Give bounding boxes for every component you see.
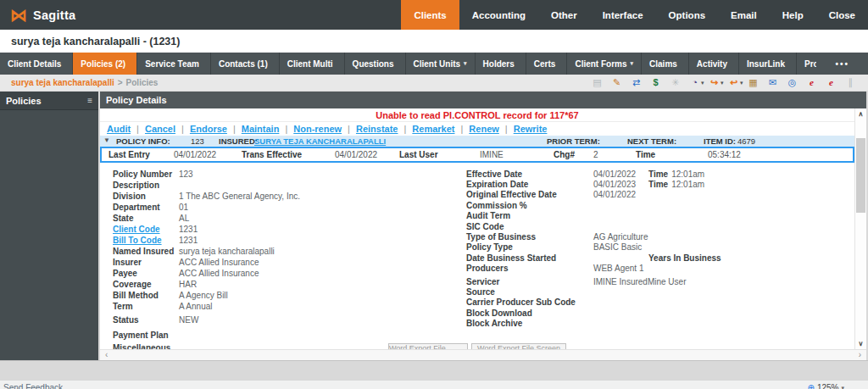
word-export-button[interactable]: Word Export File Screen	[471, 343, 566, 349]
outline-toggle-icon[interactable]: ≡	[87, 96, 92, 105]
tab[interactable]: Client Details	[0, 53, 73, 75]
breadcrumb-client-link[interactable]: surya teja kancharalapalli	[11, 78, 114, 87]
field-extra-label: Years In Business	[648, 253, 721, 263]
field-label: Audit Term	[466, 211, 593, 220]
menu-item[interactable]: Clients	[401, 0, 459, 30]
inquiry-icon[interactable]: e	[805, 76, 824, 89]
field-row: Block Archive	[466, 318, 854, 328]
save-icon[interactable]: ▤	[591, 76, 609, 89]
last-entry-row[interactable]: Last Entry 04/01/2022 Trans Effective 04…	[100, 147, 854, 163]
panel-title: Policy Details	[100, 92, 866, 108]
field-row: Payee ACC Allied Insurance	[113, 268, 466, 279]
import-icon[interactable]: ↩ ▾	[727, 76, 746, 89]
field-row: Coverage HAR	[113, 279, 466, 290]
scroll-up-icon[interactable]: ∧	[855, 108, 866, 119]
field-value: 1231	[179, 236, 198, 245]
field-label: Block Archive	[466, 319, 593, 328]
insured-name-link[interactable]: SURYA TEJA KANCHARALAPALLI	[254, 136, 386, 146]
scroll-right-icon[interactable]: ›	[859, 351, 861, 359]
tab[interactable]: Contacts (1)	[211, 53, 280, 75]
field-value: ACC Allied Insurance	[179, 258, 259, 267]
email-icon[interactable]: ✉	[766, 76, 785, 89]
export-icon[interactable]: ↪ ▾	[708, 76, 726, 89]
tab[interactable]: Activity	[689, 53, 739, 75]
menu-item[interactable]: Other	[538, 0, 590, 30]
tab[interactable]: Service Team	[137, 53, 211, 75]
tab[interactable]: Client Units ▾	[406, 53, 476, 75]
action-link[interactable]: Cancel	[131, 124, 175, 134]
menu-item[interactable]: Email	[718, 0, 770, 30]
last-entry-value: 04/01/2022	[174, 150, 216, 159]
field-row: Block Download	[466, 308, 854, 318]
tab[interactable]: Holders	[476, 53, 526, 75]
field-label: Client Code	[113, 225, 179, 234]
tab[interactable]: Questions	[345, 53, 406, 75]
menu-item[interactable]: Options	[656, 0, 718, 30]
field-row: Payment Plan	[113, 330, 466, 341]
tab[interactable]: Claims	[642, 53, 689, 75]
tab[interactable]: Client Forms ▾	[567, 53, 642, 75]
word-export-button[interactable]: Word Export File Screen	[388, 343, 468, 349]
action-link[interactable]: Endorse	[175, 124, 227, 134]
tab-label: Client Details	[8, 59, 61, 69]
login-icon[interactable]: ∥	[844, 76, 863, 89]
action-link[interactable]: Remarket	[398, 124, 455, 134]
field-label: Source	[466, 287, 593, 297]
field-row: Policy Type BASIC Basic	[466, 242, 854, 253]
breadcrumb-separator: >	[118, 78, 123, 87]
trx-icon[interactable]: ▦	[747, 76, 765, 89]
action-link[interactable]: Audit	[107, 124, 131, 134]
policy-info-bar: ▼ POLICY INFO: 123 INSURED: SURYA TEJA K…	[100, 136, 854, 147]
top-header: ⋈ Sagitta Clients Accounting Other Inter…	[0, 0, 868, 30]
zoom-level: 125%	[817, 383, 839, 389]
edit-icon[interactable]: ✎	[610, 76, 629, 89]
action-link[interactable]: Rewrite	[499, 124, 548, 134]
collapse-triangle-icon[interactable]: ▼	[103, 136, 110, 144]
tab-overflow-button[interactable]: •••	[816, 53, 868, 75]
field-value: IMINE InsuredMine User	[593, 277, 648, 286]
chg-value: 2	[593, 150, 598, 159]
field-label: Miscellaneous Remarks	[113, 343, 179, 350]
menu-item[interactable]: Close	[816, 0, 868, 30]
action-link[interactable]: Non-renew	[279, 124, 342, 134]
feedback-link[interactable]: Send Feedback	[3, 383, 63, 389]
tab[interactable]: Client Multi	[280, 53, 345, 75]
action-link[interactable]: Reinstate	[342, 124, 398, 134]
action-link[interactable]: Maintain	[227, 124, 279, 134]
field-row: Type of Business AG Agriculture	[466, 231, 854, 242]
tab[interactable]: InsurLink	[739, 53, 797, 75]
field-row: Department 01	[113, 202, 466, 213]
money-icon[interactable]: $	[649, 76, 668, 89]
toolbar-icons: ▤ ✎ ⇄ $ ✳	[591, 76, 863, 89]
menu-item[interactable]: Help	[770, 0, 816, 30]
doc-search-icon[interactable]: ◎	[786, 76, 804, 89]
forms-transfer-icon[interactable]: ⇄	[630, 76, 648, 89]
scrollbar-track[interactable]	[855, 119, 866, 338]
tab[interactable]: Certs	[526, 53, 568, 75]
scrollbar-thumb[interactable]	[856, 138, 865, 213]
zoom-indicator[interactable]: ⊕ 125% ▾	[808, 383, 844, 389]
menu-item[interactable]: Interface	[590, 0, 656, 30]
attach-icon[interactable]: ✳	[669, 76, 687, 89]
field-row: Date Business Started Years In Business	[466, 253, 854, 263]
quote-icon[interactable]: e	[825, 76, 843, 89]
field-label: Type of Business	[466, 232, 593, 242]
menu-item[interactable]: Accounting	[459, 0, 538, 30]
tab-label: Client Units	[414, 59, 461, 69]
field-extra-label: Time	[648, 180, 668, 189]
app-window: ⋈ Sagitta Clients Accounting Other Inter…	[0, 0, 868, 389]
scroll-down-icon[interactable]: ∨	[855, 338, 866, 349]
scroll-left-icon[interactable]: ‹	[105, 351, 108, 359]
tab[interactable]: Policies (2)	[73, 53, 137, 75]
field-value: 123	[179, 169, 193, 179]
field-row: Producers WEB Agent 1	[466, 264, 854, 274]
app-logo-text: Sagitta	[33, 8, 75, 22]
horizontal-scrollbar[interactable]: ‹ ›	[100, 349, 866, 360]
vertical-scrollbar[interactable]: ∧ ∨	[854, 108, 866, 349]
action-link[interactable]: Renew	[455, 124, 499, 134]
menu-item-label: Interface	[603, 10, 643, 20]
item-id-value: 4679	[737, 136, 755, 146]
chevron-down-icon: ▾	[631, 60, 634, 67]
sagitta-logo-icon: ⋈	[10, 7, 27, 24]
schedule-icon[interactable]: ◔ ▾	[688, 76, 707, 89]
